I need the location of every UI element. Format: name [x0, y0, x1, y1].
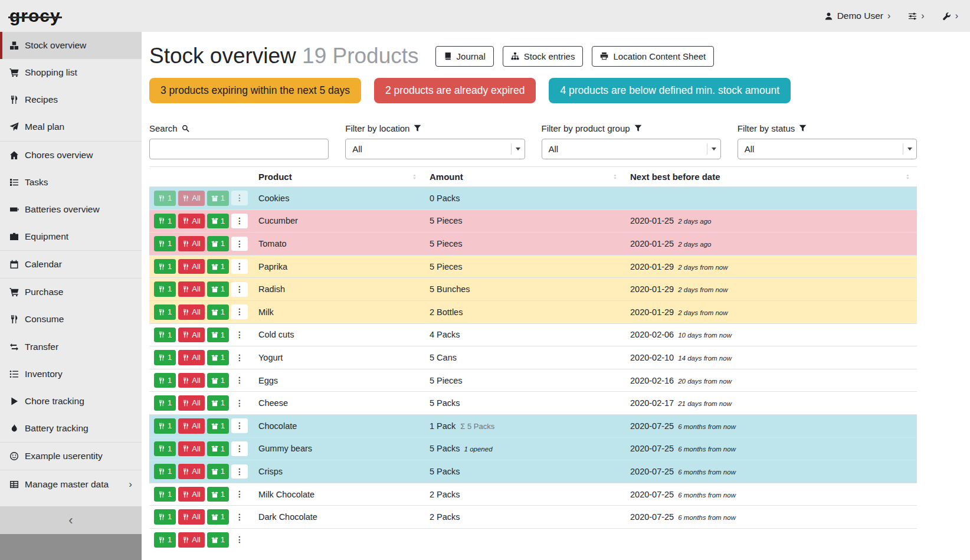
consume-all-button[interactable]: All [178, 395, 204, 411]
user-menu[interactable]: Demo User › [824, 11, 891, 21]
product-column-header[interactable]: Product [253, 167, 424, 187]
sidebar-item-transfer[interactable]: Transfer [0, 333, 142, 361]
product-group-filter-select[interactable]: All [542, 139, 721, 159]
row-menu-button[interactable]: ⋮ [231, 373, 248, 388]
row-menu-button[interactable]: ⋮ [231, 351, 248, 365]
location-filter-select[interactable]: All [345, 139, 525, 159]
sidebar-item-example-userentity[interactable]: Example userentity [0, 443, 142, 470]
consume-all-button[interactable]: All [178, 259, 204, 274]
open-one-button[interactable]: 1 [207, 532, 229, 548]
consume-one-button[interactable]: 1 [154, 350, 176, 365]
open-one-button[interactable]: 1 [207, 259, 229, 274]
row-menu-button[interactable]: ⋮ [231, 214, 248, 228]
amount-column-header[interactable]: Amount [424, 167, 624, 187]
consume-one-button[interactable]: 1 [154, 464, 176, 479]
consume-one-button[interactable]: 1 [154, 191, 176, 206]
sidebar-item-meal-plan[interactable]: Meal plan [0, 113, 142, 140]
below-min-stock-alert[interactable]: 4 products are below defined min. stock … [549, 78, 791, 103]
consume-one-button[interactable]: 1 [154, 418, 176, 434]
settings-menu[interactable]: › [908, 11, 924, 21]
sidebar-item-consume[interactable]: Consume [0, 306, 142, 333]
journal-button[interactable]: Journal [435, 46, 494, 67]
sidebar-item-shopping-list[interactable]: Shopping list [0, 59, 142, 86]
row-menu-button[interactable]: ⋮ [231, 282, 248, 297]
row-menu-button[interactable]: ⋮ [231, 441, 248, 456]
consume-all-button[interactable]: All [178, 532, 204, 548]
sidebar-item-calendar[interactable]: Calendar [0, 251, 142, 278]
open-one-button[interactable]: 1 [207, 191, 229, 206]
open-one-button[interactable]: 1 [207, 236, 229, 251]
open-one-button[interactable]: 1 [207, 509, 229, 525]
row-menu-button[interactable]: ⋮ [231, 487, 248, 502]
status-filter-select[interactable]: All [738, 139, 917, 159]
consume-one-button[interactable]: 1 [154, 532, 176, 548]
row-menu-button[interactable]: ⋮ [231, 328, 248, 342]
consume-one-button[interactable]: 1 [154, 441, 176, 457]
open-one-button[interactable]: 1 [207, 214, 229, 229]
open-one-button[interactable]: 1 [207, 304, 229, 320]
open-one-button[interactable]: 1 [207, 441, 229, 457]
consume-one-button[interactable]: 1 [154, 328, 176, 343]
consume-all-button[interactable]: All [178, 464, 204, 479]
consume-one-button[interactable]: 1 [154, 236, 176, 251]
consume-all-button[interactable]: All [178, 418, 204, 434]
admin-menu[interactable]: › [942, 11, 958, 21]
row-menu-button[interactable]: ⋮ [231, 532, 248, 547]
sidebar-item-purchase[interactable]: Purchase [0, 279, 142, 306]
sort-icon[interactable] [905, 173, 911, 181]
search-input[interactable] [149, 139, 329, 159]
stock-entries-button[interactable]: Stock entries [503, 46, 584, 67]
expired-alert[interactable]: 2 products are already expired [374, 78, 536, 103]
open-one-button[interactable]: 1 [207, 464, 229, 479]
consume-all-button[interactable]: All [178, 328, 204, 343]
row-menu-button[interactable]: ⋮ [231, 259, 248, 274]
location-content-sheet-button[interactable]: Location Content Sheet [592, 46, 714, 67]
sidebar-item-equipment[interactable]: Equipment [0, 223, 142, 250]
expiring-alert[interactable]: 3 products expiring within the next 5 da… [149, 78, 361, 103]
row-menu-button[interactable]: ⋮ [231, 237, 248, 251]
consume-all-button[interactable]: All [178, 281, 204, 297]
consume-one-button[interactable]: 1 [154, 259, 176, 274]
consume-all-button[interactable]: All [178, 350, 204, 365]
grocy-logo[interactable]: grocy [9, 6, 61, 26]
sidebar-item-recipes[interactable]: Recipes [0, 86, 142, 113]
row-menu-button[interactable]: ⋮ [231, 191, 248, 205]
sidebar-item-chores-overview[interactable]: Chores overview [0, 142, 142, 169]
consume-one-button[interactable]: 1 [154, 395, 176, 411]
sidebar-item-tasks[interactable]: Tasks [0, 169, 142, 196]
sidebar-item-battery-tracking[interactable]: Battery tracking [0, 415, 142, 442]
sidebar-item-batteries-overview[interactable]: Batteries overview [0, 196, 142, 223]
sort-icon[interactable] [411, 173, 418, 181]
consume-all-button[interactable]: All [178, 236, 204, 251]
consume-all-button[interactable]: All [178, 214, 204, 229]
consume-all-button[interactable]: All [178, 373, 204, 388]
sidebar-item-chore-tracking[interactable]: Chore tracking [0, 388, 142, 415]
row-menu-button[interactable]: ⋮ [231, 510, 248, 525]
open-one-button[interactable]: 1 [207, 418, 229, 434]
consume-one-button[interactable]: 1 [154, 281, 176, 297]
consume-all-button[interactable]: All [178, 304, 204, 320]
sort-icon[interactable] [612, 173, 618, 181]
open-one-button[interactable]: 1 [207, 350, 229, 365]
consume-all-button[interactable]: All [178, 487, 204, 502]
row-menu-button[interactable]: ⋮ [231, 464, 248, 479]
row-menu-button[interactable]: ⋮ [231, 396, 248, 411]
sidebar-item-inventory[interactable]: Inventory [0, 361, 142, 388]
consume-one-button[interactable]: 1 [154, 487, 176, 502]
open-one-button[interactable]: 1 [207, 373, 229, 388]
consume-all-button[interactable]: All [178, 441, 204, 457]
consume-one-button[interactable]: 1 [154, 509, 176, 525]
consume-one-button[interactable]: 1 [154, 214, 176, 229]
row-menu-button[interactable]: ⋮ [231, 418, 248, 433]
open-one-button[interactable]: 1 [207, 281, 229, 297]
open-one-button[interactable]: 1 [207, 487, 229, 502]
consume-all-button[interactable]: All [178, 191, 204, 206]
bbd-column-header[interactable]: Next best before date [624, 167, 917, 187]
row-menu-button[interactable]: ⋮ [231, 304, 248, 319]
consume-one-button[interactable]: 1 [154, 373, 176, 388]
consume-one-button[interactable]: 1 [154, 304, 176, 320]
sidebar-item-manage-master-data[interactable]: Manage master data › [0, 470, 142, 499]
consume-all-button[interactable]: All [178, 509, 204, 525]
sidebar-collapse-button[interactable]: ‹ [0, 506, 142, 534]
open-one-button[interactable]: 1 [207, 328, 229, 343]
